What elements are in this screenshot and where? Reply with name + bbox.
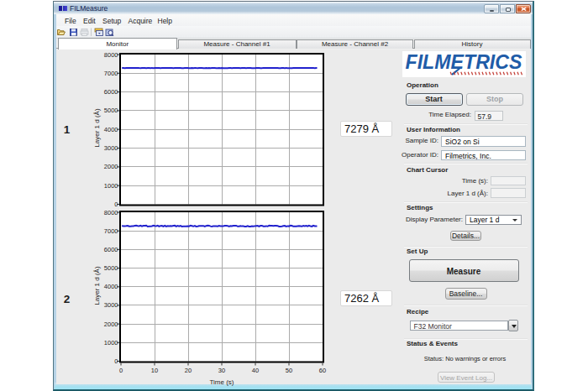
svg-text:FILMETRICS: FILMETRICS	[406, 51, 523, 73]
